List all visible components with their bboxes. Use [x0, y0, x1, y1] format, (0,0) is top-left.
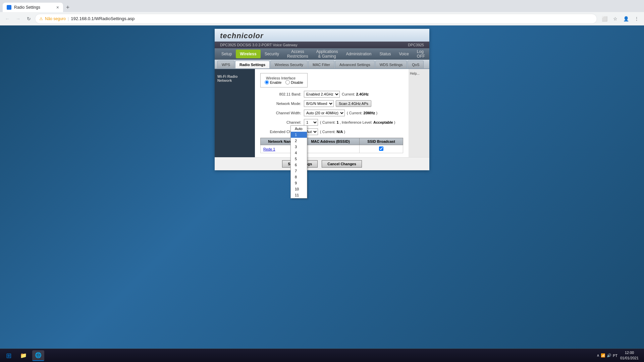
security-warning-icon: ⚠ — [39, 16, 43, 21]
explorer-icon: 📁 — [20, 352, 27, 359]
band-select[interactable]: Enabled 2.4GHz Enabled 5GHz — [304, 91, 340, 98]
nav-status[interactable]: Status — [375, 50, 395, 58]
channel-width-select[interactable]: Auto (20 or 40MHz) 20MHz Only — [304, 110, 345, 116]
channel-current-value: 1 — [337, 120, 339, 124]
bookmark-button[interactable]: ☆ — [610, 14, 620, 23]
enable-label: Enable — [270, 80, 281, 84]
channel-width-label: Channel Width: — [260, 111, 304, 115]
chrome-icon: 🌐 — [35, 352, 42, 359]
profile-button[interactable]: 👤 — [621, 14, 631, 23]
tab-favicon — [7, 5, 11, 10]
channel-width-group: Channel Width: Auto (20 or 40MHz) 20MHz … — [260, 110, 403, 116]
screenshot-button[interactable]: ⬜ — [600, 14, 609, 23]
tab-radio-settings[interactable]: Radio Settings — [235, 61, 270, 68]
main-navigation: Setup Wireless Security AccessRestrictio… — [215, 48, 429, 60]
channel-width-current-value: 20MHz — [364, 111, 375, 115]
channel-label: Channel: — [260, 120, 304, 124]
device-name: DPC3925 DOCSIS 3.0 2-PORT Voice Gateway — [220, 43, 298, 47]
clock-date: 01/01/2021 — [620, 356, 639, 361]
nav-logoff[interactable]: Log OFF — [413, 47, 429, 61]
channel-option-8[interactable]: 8 — [291, 174, 307, 180]
url-input[interactable] — [71, 16, 593, 21]
channel-option-4[interactable]: 4 — [291, 150, 307, 156]
nav-access-restrictions[interactable]: AccessRestrictions — [283, 47, 312, 61]
systray: ∧ 📶 🔊 PT — [597, 353, 618, 358]
disable-radio[interactable] — [285, 80, 290, 84]
channel-width-current: ( Current: 20MHz ) — [347, 111, 377, 115]
router-container: technicolor DPC3925 DOCSIS 3.0 2-PORT Vo… — [215, 29, 429, 170]
footer-buttons: Save Settings Cancel Changes — [215, 157, 429, 170]
mac-address-cell — [301, 145, 359, 153]
new-tab-button[interactable]: + — [63, 3, 72, 12]
channel-option-6[interactable]: 6 — [291, 162, 307, 168]
tab-mac-filter[interactable]: MAC Filter — [308, 61, 334, 68]
ext-channel-current-value: N/A — [337, 130, 343, 134]
network-table: Network Name MAC Address (BSSID) SSID Br… — [260, 138, 403, 153]
disable-radio-label[interactable]: Disable — [285, 80, 303, 84]
nav-administration[interactable]: Administration — [342, 50, 375, 58]
nav-security[interactable]: Security — [261, 50, 283, 58]
volume-icon: 🔊 — [607, 353, 611, 358]
taskbar: ⊞ 📁 🌐 ∧ 📶 🔊 PT 12:00 01/01/2021 — [0, 349, 644, 362]
network-name-link[interactable]: Rede 1 — [263, 147, 275, 151]
ssid-broadcast-checkbox[interactable] — [379, 146, 383, 151]
network-mode-select[interactable]: B/G/N Mixed B Only — [304, 100, 334, 107]
tab-wds-settings[interactable]: WDS Settings — [375, 61, 407, 68]
nav-applications-gaming[interactable]: Applications& Gaming — [312, 47, 342, 61]
nav-wireless[interactable]: Wireless — [236, 50, 260, 58]
cancel-changes-button[interactable]: Cancel Changes — [322, 160, 362, 168]
left-panel: Wi-Fi Radio Network — [215, 69, 255, 157]
channel-option-7[interactable]: 7 — [291, 168, 307, 174]
band-group: 802.11 Band: Enabled 2.4GHz Enabled 5GHz… — [260, 91, 403, 98]
enable-radio[interactable] — [265, 80, 269, 84]
channel-option-5[interactable]: 5 — [291, 156, 307, 162]
band-current-value: 2.4GHz — [356, 92, 369, 96]
address-bar[interactable]: ⚠ Não seguro | — [35, 14, 597, 24]
ssid-broadcast-header: SSID Broadcast — [360, 138, 403, 145]
nav-setup[interactable]: Setup — [217, 50, 236, 58]
tab-advanced-settings[interactable]: Advanced Settings — [335, 61, 375, 68]
back-button[interactable]: ← — [3, 14, 12, 23]
refresh-button[interactable]: ↻ — [24, 14, 34, 23]
taskbar-clock[interactable]: 12:00 01/01/2021 — [620, 350, 639, 361]
channel-option-10[interactable]: 10 — [291, 186, 307, 192]
ext-channel-current: ( Current: N/A ) — [320, 130, 345, 134]
tab-wireless-security[interactable]: Wireless Security — [270, 61, 308, 68]
menu-button[interactable]: ⋮ — [632, 14, 641, 23]
tab-qos[interactable]: QoS — [408, 61, 424, 68]
network-mode-label: Network Mode: — [260, 102, 304, 106]
channel-option-11[interactable]: 11 — [291, 192, 307, 198]
forward-button[interactable]: → — [13, 14, 23, 23]
channel-option-1[interactable]: 1 — [291, 132, 307, 138]
channel-current: ( Current: 1 , Interference Level: Accep… — [320, 120, 395, 124]
start-button[interactable]: ⊞ — [3, 350, 15, 362]
help-label: Help... — [410, 72, 420, 75]
router-header: technicolor — [215, 29, 429, 42]
wireless-interface-radio-group: Enable Disable — [265, 80, 303, 84]
left-panel-title: Wi-Fi Radio Network — [217, 74, 237, 82]
ssid-broadcast-cell — [360, 145, 403, 153]
channel-option-9[interactable]: 9 — [291, 180, 307, 186]
tab-wps[interactable]: WPS — [217, 61, 234, 68]
scan-button[interactable]: Scan 2.4GHz APs — [336, 100, 371, 107]
router-brand: technicolor — [220, 32, 424, 40]
nav-voice[interactable]: Voice — [395, 50, 413, 58]
network-mode-group: Network Mode: B/G/N Mixed B Only Scan 2.… — [260, 100, 403, 107]
taskbar-explorer[interactable]: 📁 — [17, 350, 30, 361]
tab-close-button[interactable]: × — [56, 5, 59, 10]
channel-option-auto[interactable]: Auto — [291, 126, 307, 132]
address-separator: | — [68, 16, 69, 21]
tab-title: Radio Settings — [14, 5, 40, 10]
channel-option-3[interactable]: 3 — [291, 144, 307, 150]
channel-option-2[interactable]: 2 — [291, 138, 307, 144]
browser-actions: ⬜ ☆ 👤 ⋮ — [600, 14, 641, 23]
taskbar-chrome[interactable]: 🌐 — [32, 350, 44, 361]
active-tab[interactable]: Radio Settings × — [3, 3, 63, 12]
tab-bar: Radio Settings × + — [0, 0, 644, 12]
enable-radio-label[interactable]: Enable — [265, 80, 281, 84]
right-panel: Help... — [409, 69, 429, 157]
channel-select[interactable]: 1 — [304, 119, 318, 126]
systray-arrow[interactable]: ∧ — [597, 353, 599, 358]
wireless-interface-legend: Wireless Interface — [265, 76, 297, 80]
content-area: Wi-Fi Radio Network Wireless Interface E… — [215, 69, 429, 157]
